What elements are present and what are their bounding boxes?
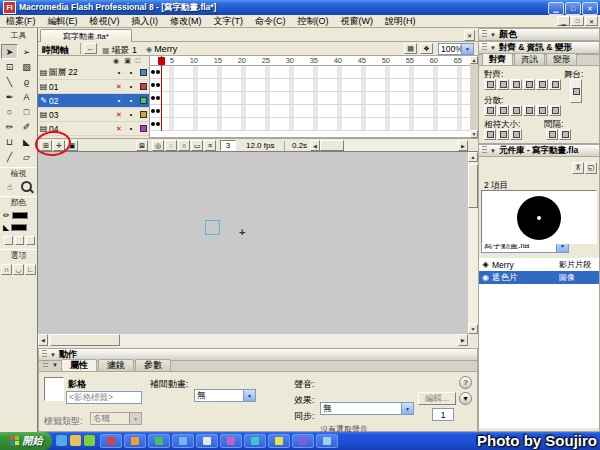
library-item-name[interactable]: Merry (492, 260, 559, 270)
scrollbar-thumb[interactable] (320, 140, 344, 151)
frame-rate-indicator[interactable]: 12.0 fps (244, 140, 276, 151)
properties-tab[interactable]: 濾鏡 (98, 359, 134, 371)
align-top-edge-button[interactable] (523, 79, 535, 90)
layer-lock-toggle[interactable]: • (125, 83, 137, 90)
doc-restore-button[interactable]: □ (571, 16, 584, 26)
menu-item[interactable]: 命令(C) (249, 15, 292, 28)
menu-item[interactable]: 檔案(F) (0, 15, 42, 28)
free-transform-tool[interactable]: ⊡ (1, 59, 18, 74)
task-button-2[interactable] (124, 434, 146, 448)
panel-grip[interactable] (482, 30, 487, 39)
menu-item[interactable]: 編輯(E) (42, 15, 84, 28)
minimize-button[interactable]: ▁ (548, 2, 564, 15)
align-bottom-edge-button[interactable] (549, 79, 561, 90)
outline-all-layers-icon[interactable]: □ (136, 57, 140, 66)
scrollbar-thumb[interactable] (50, 334, 120, 346)
menu-item[interactable]: 插入(I) (126, 15, 165, 28)
help-button[interactable]: ? (459, 376, 472, 389)
collapse-triangle-icon[interactable]: ▼ (52, 362, 58, 368)
collapse-triangle-icon[interactable]: ▼ (490, 32, 496, 38)
selected-object-bounds[interactable] (205, 220, 220, 235)
match-width-button[interactable] (484, 129, 496, 140)
label-type-select[interactable]: 名稱▼ (90, 412, 142, 425)
menu-item[interactable]: 控制(O) (292, 15, 335, 28)
panel-grip[interactable] (482, 146, 487, 155)
smooth-button[interactable]: ◡ (13, 264, 24, 275)
layer-row-03[interactable]: ▤ 03 ✕ • (38, 108, 149, 122)
quick-launch-3[interactable] (84, 435, 95, 446)
expand-properties-button[interactable]: ▾ (459, 392, 472, 405)
task-button-3[interactable] (148, 434, 170, 448)
close-button[interactable]: ✕ (582, 2, 598, 15)
color-panel-header[interactable]: ▼ 顏色 (478, 28, 600, 41)
library-item-name[interactable]: 遮色片 (492, 272, 559, 284)
zoom-select[interactable]: 100% ▼ (438, 43, 474, 55)
timeline-vertical-scrollbar[interactable]: ▲ ▼ (470, 56, 478, 138)
layer-row-02[interactable]: ✎ 02 • • (38, 94, 149, 108)
align-tab[interactable]: 資訊 (514, 53, 545, 65)
layer-visibility-toggle[interactable]: • (113, 97, 125, 104)
task-button-7[interactable] (244, 434, 266, 448)
pencil-tool[interactable]: ✏ (1, 119, 18, 134)
pin-library-button[interactable]: ⊼ (572, 162, 584, 174)
distribute-right-button[interactable] (549, 105, 561, 116)
keyframe-dot[interactable] (156, 70, 160, 74)
space-horizontally-button[interactable] (559, 129, 571, 140)
task-button-5[interactable] (196, 434, 218, 448)
layer-lock-toggle[interactable]: • (125, 111, 137, 118)
menu-item[interactable]: 檢視(V) (84, 15, 126, 28)
scroll-right-arrow[interactable]: ▶ (458, 334, 468, 346)
gradient-transform-tool[interactable]: ▧ (18, 59, 35, 74)
scroll-up-arrow[interactable]: ▲ (468, 152, 478, 162)
center-frame-button[interactable]: ◎ (152, 140, 164, 151)
stage-canvas[interactable] (38, 152, 468, 334)
menu-item[interactable]: 修改(M) (164, 15, 208, 28)
layer-visibility-toggle[interactable]: • (113, 69, 125, 76)
quick-launch-2[interactable] (70, 435, 81, 446)
panel-grip[interactable] (482, 43, 487, 52)
space-vertically-button[interactable] (546, 129, 558, 140)
selection-tool[interactable]: ➤ (1, 44, 18, 59)
scroll-down-arrow[interactable]: ▼ (470, 130, 478, 138)
layer-visibility-toggle[interactable]: ✕ (113, 83, 125, 91)
frame-label-input[interactable]: <影格標籤> (66, 391, 142, 404)
layer-name[interactable]: 02 (49, 96, 113, 106)
layer-lock-toggle[interactable]: • (125, 69, 137, 76)
layer-outline-color[interactable] (140, 111, 147, 118)
task-button-8[interactable] (268, 434, 290, 448)
align-vertical-center-button[interactable] (536, 79, 548, 90)
scroll-up-arrow[interactable]: ▲ (470, 56, 478, 64)
keyframe-dot[interactable] (151, 96, 155, 100)
layer-outline-color[interactable] (140, 125, 147, 132)
eyedropper-tool[interactable]: ╱ (1, 149, 18, 164)
keyframe-dot[interactable] (151, 109, 155, 113)
show-hide-all-layers-icon[interactable]: ◉ (113, 57, 119, 66)
rectangle-tool[interactable]: □ (18, 104, 35, 119)
keyframe-dot[interactable] (151, 83, 155, 87)
layer-visibility-toggle[interactable]: ✕ (113, 111, 125, 119)
no-color-button[interactable] (15, 236, 24, 245)
tween-select[interactable]: 無▼ (194, 389, 256, 402)
align-horizontal-center-button[interactable] (497, 79, 509, 90)
layer-row-01[interactable]: ▤ 01 ✕ • (38, 80, 149, 94)
lock-all-layers-icon[interactable]: ▣ (124, 57, 131, 66)
timeline-scroll-left-arrow[interactable]: ◀ (310, 140, 320, 151)
library-item-mask[interactable]: ◉ 遮色片 圖像 (479, 271, 599, 284)
onion-skin-outlines-button[interactable]: ○ (178, 140, 190, 151)
menu-item[interactable]: 文字(T) (208, 15, 250, 28)
paint-bucket-tool[interactable]: ◣ (18, 134, 35, 149)
line-tool[interactable]: ╲ (1, 74, 18, 89)
stage-vertical-scrollbar[interactable]: ▲ ▼ (468, 152, 478, 334)
layer-name[interactable]: 圖層 22 (49, 67, 113, 79)
hand-tool[interactable]: ☝ (1, 179, 18, 194)
start-button[interactable]: 開始 (0, 432, 52, 450)
task-button-10[interactable] (316, 434, 338, 448)
keyframe-dot[interactable] (156, 122, 160, 126)
text-tool[interactable]: A (18, 89, 35, 104)
collapse-triangle-icon[interactable]: ▼ (50, 352, 56, 358)
layer-row-tuceng22[interactable]: ▤ 圖層 22 • • (38, 66, 149, 80)
stroke-color-swatch[interactable] (12, 212, 28, 219)
default-colors-button[interactable] (4, 236, 13, 245)
layer-lock-toggle[interactable]: • (125, 125, 137, 132)
align-right-edge-button[interactable] (510, 79, 522, 90)
